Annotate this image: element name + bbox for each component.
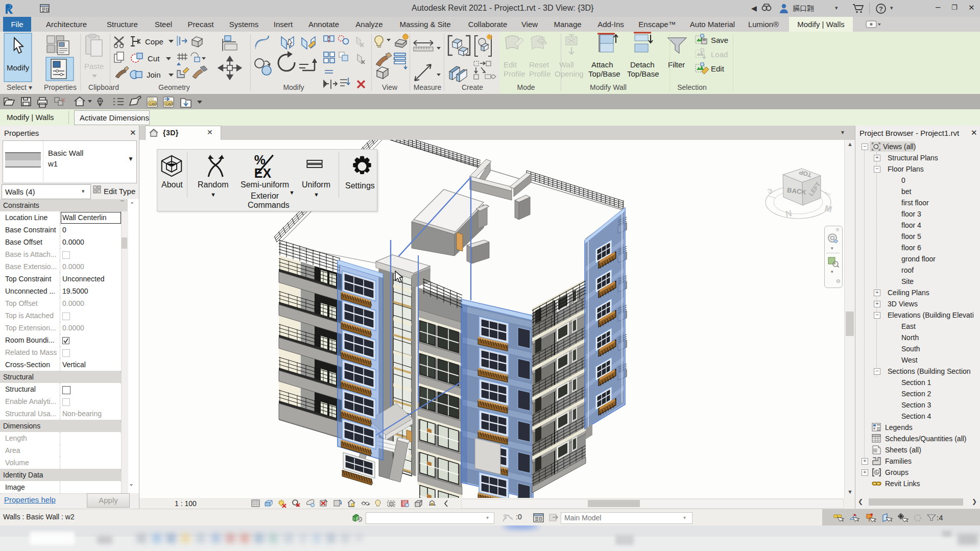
svg-text:Save: Save <box>711 36 728 44</box>
svg-text:Filter: Filter <box>668 60 685 69</box>
svg-text:Edit: Edit <box>711 64 725 73</box>
svg-text::4: :4 <box>937 513 943 522</box>
svg-text:M: M <box>824 203 833 214</box>
svg-text:CAD: CAD <box>165 102 173 106</box>
svg-text:Cope: Cope <box>145 37 163 46</box>
svg-text:Э: Э <box>767 186 774 195</box>
svg-text:Top/Base: Top/Base <box>588 69 620 78</box>
svg-text:Edit: Edit <box>504 60 517 69</box>
svg-text:Reset: Reset <box>529 60 549 69</box>
svg-text:N: N <box>784 208 793 219</box>
svg-text:Wall: Wall <box>559 60 574 69</box>
svg-text:Join: Join <box>147 70 161 79</box>
svg-text:Modify: Modify <box>7 63 30 72</box>
svg-text:Cut: Cut <box>148 54 160 63</box>
svg-text:Profile: Profile <box>529 69 551 78</box>
svg-text:Attach: Attach <box>591 60 613 69</box>
svg-text:Paste: Paste <box>84 62 104 70</box>
svg-text:Opening: Opening <box>555 69 584 78</box>
svg-text:EX: EX <box>254 166 272 179</box>
svg-text:Detach: Detach <box>630 60 655 69</box>
svg-text:?: ? <box>879 5 883 13</box>
svg-text:Top/Base: Top/Base <box>627 69 659 78</box>
svg-text:CAD: CAD <box>149 102 157 106</box>
svg-text:Profile: Profile <box>504 69 525 78</box>
svg-text:Load: Load <box>711 50 728 59</box>
